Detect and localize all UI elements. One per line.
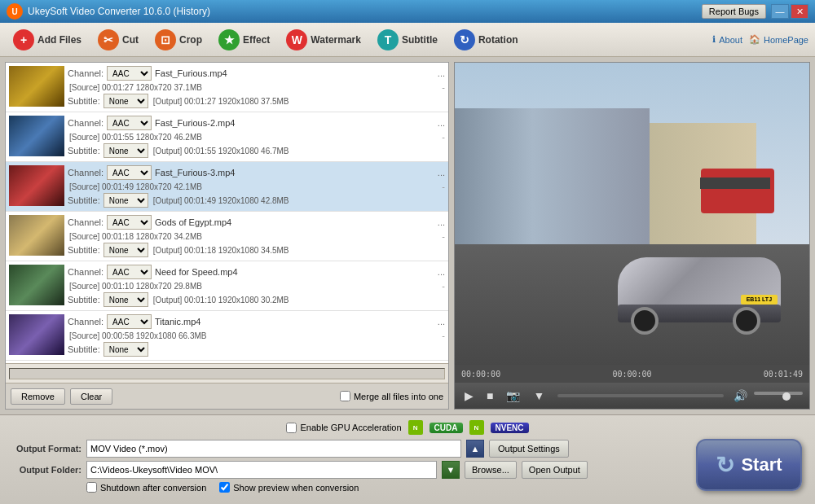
channel-select[interactable]: AAC (107, 165, 152, 180)
video-timeline[interactable] (557, 394, 724, 397)
channel-label: Channel: (68, 68, 104, 78)
format-input[interactable] (86, 440, 461, 458)
format-dropdown-button[interactable]: ▲ (466, 440, 484, 458)
file-main-row: Channel: AAC Fast_Furious-3.mp4 ... (68, 165, 445, 180)
subtitle-select[interactable]: None (104, 292, 148, 307)
nvenc-nvidia-icon: N (469, 420, 484, 435)
video-timestamps: 00:00:00 00:00:00 00:01:49 (455, 365, 809, 383)
subtitle-select[interactable]: None (104, 143, 148, 158)
title-bar: U UkeySoft Video Converter 10.6.0 (Histo… (0, 0, 815, 23)
building-left (455, 108, 650, 260)
open-output-button[interactable]: Open Output (522, 461, 588, 479)
file-menu-dots[interactable]: ... (438, 118, 445, 128)
app-logo: U (7, 3, 23, 20)
file-source-info: [Source] 00:01:27 1280x720 37.1MB (69, 83, 202, 92)
volume-thumb[interactable] (782, 392, 791, 401)
volume-slider[interactable] (754, 392, 803, 395)
volume-icon: 🔊 (734, 389, 747, 402)
channel-label: Channel: (68, 118, 104, 128)
file-menu-dots[interactable]: ... (438, 267, 445, 277)
toolbar: + Add Files ✂ Cut ⊡ Crop ★ Effect W Wate… (0, 23, 815, 57)
bus-top (700, 177, 770, 189)
file-info: Channel: AAC Titanic.mp4 ... [Source] 00… (68, 314, 445, 357)
watermark-button[interactable]: W Watermark (280, 26, 368, 54)
merge-checkbox[interactable] (340, 391, 350, 401)
channel-label: Channel: (68, 267, 104, 277)
preview-checkbox[interactable] (219, 482, 230, 493)
file-action-bar: Remove Clear Merge all files into one (6, 383, 448, 409)
stop-button[interactable]: ■ (483, 388, 496, 404)
report-bugs-button[interactable]: Report Bugs (702, 4, 766, 19)
shutdown-checkbox[interactable] (86, 482, 97, 493)
file-info: Channel: AAC Fast_Furious.mp4 ... [Sourc… (68, 66, 445, 108)
file-source-info: [Source] 00:01:10 1280x720 29.8MB (69, 282, 202, 291)
subtitle-select[interactable]: None (104, 243, 148, 257)
merge-checkbox-group: Merge all files into one (340, 391, 443, 401)
minimize-button[interactable]: — (771, 4, 789, 19)
gpu-checkbox[interactable] (286, 423, 297, 433)
output-settings-button[interactable]: Output Settings (489, 440, 569, 458)
file-list-item[interactable]: Channel: AAC Gods of Egypt.mp4 ... [Sour… (6, 212, 448, 261)
folder-label: Output Folder: (8, 465, 82, 475)
file-list-scroll[interactable]: Channel: AAC Fast_Furious.mp4 ... [Sourc… (6, 63, 448, 363)
watermark-icon: W (286, 29, 307, 50)
file-list-item[interactable]: Channel: AAC Need for Speed.mp4 ... [Sou… (6, 261, 448, 311)
channel-select[interactable]: AAC (107, 265, 152, 279)
file-main-row: Channel: AAC Titanic.mp4 ... (68, 314, 445, 329)
format-label: Output Format: (8, 444, 82, 454)
file-subtitle-row: Subtitle: None [Output] 00:01:49 1920x10… (68, 193, 445, 208)
folder-input[interactable] (86, 461, 437, 479)
file-info: Channel: AAC Gods of Egypt.mp4 ... [Sour… (68, 215, 445, 257)
rotation-button[interactable]: ↻ Rotation (447, 26, 525, 54)
channel-select[interactable]: AAC (107, 314, 152, 329)
cut-button[interactable]: ✂ Cut (91, 26, 145, 54)
snapshot-button[interactable]: 📷 (503, 388, 523, 404)
file-info: Channel: AAC Fast_Furious-3.mp4 ... [Sou… (68, 165, 445, 208)
file-thumbnail (9, 165, 64, 206)
file-list-item[interactable]: Channel: AAC Fast_Furious-3.mp4 ... [Sou… (6, 162, 448, 212)
red-bus (701, 169, 774, 213)
home-icon: 🏠 (749, 34, 760, 45)
clear-button[interactable]: Clear (70, 388, 112, 405)
file-thumbnail (9, 66, 64, 107)
bottom-row: Shutdown after conversion Show preview w… (8, 482, 807, 493)
file-dash: - (442, 231, 445, 241)
channel-select[interactable]: AAC (107, 215, 152, 230)
gpu-checkbox-group: Enable GPU Acceleration (286, 423, 401, 433)
remove-button[interactable]: Remove (11, 388, 65, 405)
file-menu-dots[interactable]: ... (438, 217, 445, 227)
license-plate: EB11 LTJ (741, 295, 778, 305)
file-menu-dots[interactable]: ... (438, 168, 445, 177)
subtitle-select[interactable]: None (104, 193, 148, 208)
homepage-link[interactable]: 🏠 HomePage (749, 34, 808, 45)
folder-dropdown-button[interactable]: ▼ (442, 461, 460, 479)
add-files-button[interactable]: + Add Files (7, 26, 88, 54)
about-link[interactable]: ℹ About (712, 34, 742, 45)
file-menu-dots[interactable]: ... (438, 68, 445, 78)
file-list-bottom (6, 363, 448, 383)
subtitle-button[interactable]: T Subtitle (371, 26, 444, 54)
play-button[interactable]: ▶ (461, 388, 477, 404)
wheel-rear (733, 307, 760, 335)
browse-button[interactable]: Browse... (465, 461, 517, 479)
effect-button[interactable]: ★ Effect (212, 26, 276, 54)
subtitle-select[interactable]: None (104, 342, 148, 357)
file-list-item[interactable]: Channel: AAC Titanic.mp4 ... [Source] 00… (6, 311, 448, 361)
file-list-item[interactable]: Channel: AAC Fast_Furious.mp4 ... [Sourc… (6, 63, 448, 112)
channel-select[interactable]: AAC (107, 116, 152, 130)
file-menu-dots[interactable]: ... (438, 317, 445, 327)
channel-select[interactable]: AAC (107, 66, 152, 81)
file-source-row: [Source] 00:01:49 1280x720 42.1MB - (68, 182, 445, 191)
subtitle-select[interactable]: None (104, 94, 148, 108)
file-list-item[interactable]: Channel: AAC Fast_Furious-2.mp4 ... [Sou… (6, 112, 448, 162)
snapshot-dropdown[interactable]: ▼ (530, 388, 548, 404)
subtitle-label: Subtitle: (68, 245, 100, 255)
app-title: UkeySoft Video Converter 10.6.0 (History… (28, 6, 702, 17)
file-source-row: [Source] 00:01:27 1280x720 37.1MB - (68, 82, 445, 92)
horizontal-scrollbar[interactable] (9, 368, 445, 379)
close-button[interactable]: ✕ (791, 4, 808, 19)
start-button[interactable]: ↻ Start (696, 439, 802, 491)
crop-button[interactable]: ⊡ Crop (148, 26, 209, 54)
cuda-badge: CUDA (430, 423, 463, 433)
file-info: Channel: AAC Fast_Furious-2.mp4 ... [Sou… (68, 116, 445, 158)
